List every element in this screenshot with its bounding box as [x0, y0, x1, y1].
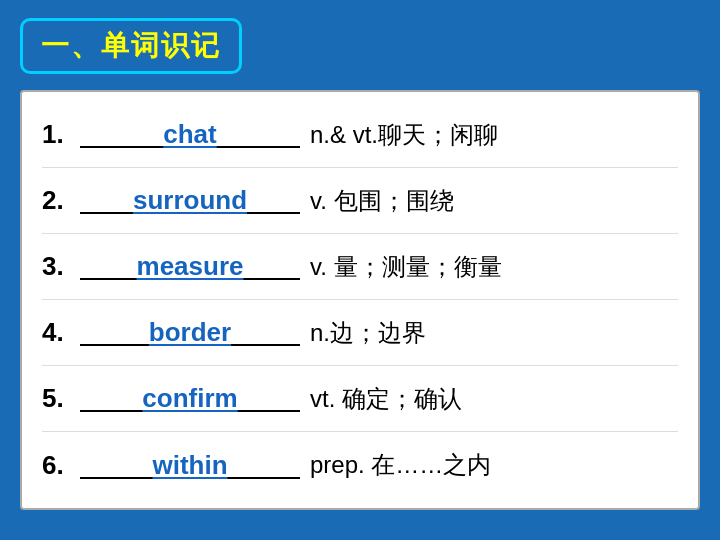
- vocab-word: chat: [163, 119, 216, 150]
- vocab-row: 5. confirm vt. 确定；确认: [42, 366, 678, 432]
- section-title: 一、单词识记: [41, 30, 221, 61]
- vocab-row: 1. chat n.& vt.聊天；闲聊: [42, 102, 678, 168]
- vocab-definition: vt. 确定；确认: [300, 383, 678, 415]
- vocab-definition: n.边；边界: [300, 317, 678, 349]
- vocab-word: surround: [133, 185, 247, 216]
- word-blank: chat: [80, 119, 300, 150]
- vocab-number: 3.: [42, 251, 80, 282]
- word-blank: border: [80, 317, 300, 348]
- vocab-row: 6. within prep. 在……之内: [42, 432, 678, 498]
- vocab-definition: prep. 在……之内: [300, 449, 678, 481]
- vocab-word: measure: [137, 251, 244, 282]
- vocab-number: 5.: [42, 383, 80, 414]
- vocab-row: 3. measure v. 量；测量；衡量: [42, 234, 678, 300]
- vocab-number: 6.: [42, 450, 80, 481]
- word-blank: surround: [80, 185, 300, 216]
- word-blank: within: [80, 450, 300, 481]
- vocab-row: 2. surround v. 包围；围绕: [42, 168, 678, 234]
- vocab-number: 1.: [42, 119, 80, 150]
- vocab-number: 2.: [42, 185, 80, 216]
- word-blank: confirm: [80, 383, 300, 414]
- vocab-row: 4. border n.边；边界: [42, 300, 678, 366]
- vocab-number: 4.: [42, 317, 80, 348]
- word-blank: measure: [80, 251, 300, 282]
- vocab-list-container: 1. chat n.& vt.聊天；闲聊 2. surround v. 包围；围…: [20, 90, 700, 510]
- vocab-word: within: [152, 450, 227, 481]
- vocab-definition: v. 量；测量；衡量: [300, 251, 678, 283]
- vocab-definition: n.& vt.聊天；闲聊: [300, 119, 678, 151]
- vocab-word: border: [149, 317, 231, 348]
- section-title-box: 一、单词识记: [20, 18, 242, 74]
- vocab-definition: v. 包围；围绕: [300, 185, 678, 217]
- vocab-word: confirm: [142, 383, 237, 414]
